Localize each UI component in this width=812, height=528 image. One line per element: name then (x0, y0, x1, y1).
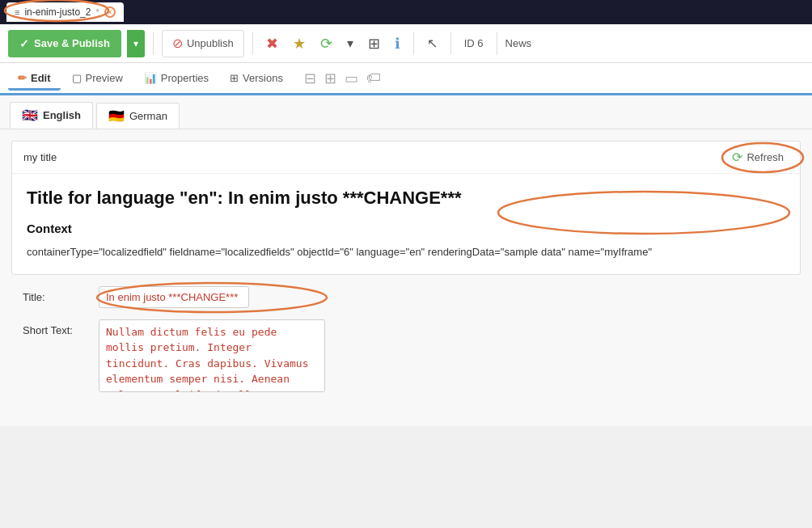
refresh-container: ⟳ Refresh (727, 148, 789, 167)
shorttext-field-label: Short Text: (23, 319, 87, 336)
german-flag-icon: 🇩🇪 (108, 108, 125, 124)
refresh-label: Refresh (746, 151, 784, 163)
sync-dropdown-button[interactable]: ▾ (342, 32, 358, 54)
tab-bar: ≡ in-enim-justo_2 * × (0, 0, 812, 24)
apps-button[interactable]: ⊞ (363, 32, 385, 56)
tab-versions-label: Versions (243, 72, 283, 84)
shorttext-textarea[interactable]: Nullam dictum felis eu pede mollis preti… (99, 319, 325, 392)
panel-context-text: containerType="localizedfield" fieldname… (27, 243, 785, 261)
flag-icon: ★ (293, 35, 306, 53)
content-panel: my title ⟳ Refresh Title for language "e… (11, 141, 801, 275)
check-icon: ✓ (19, 37, 29, 50)
toolbar-separator-5 (497, 32, 497, 55)
tab-item[interactable]: ≡ in-enim-justo_2 * × (6, 2, 124, 22)
tag-icon[interactable]: 🏷 (366, 70, 381, 87)
english-flag-icon: 🇬🇧 (22, 108, 38, 123)
tab-grid-icon: ≡ (15, 7, 19, 17)
german-label: German (129, 110, 167, 122)
versions-icon: ⊞ (230, 72, 239, 84)
properties-icon: 📊 (144, 72, 157, 84)
layout-icon[interactable]: ⊞ (324, 70, 336, 87)
toolbar-separator-3 (413, 32, 414, 55)
main-title-container: Title for language "en": In enim justo *… (27, 187, 785, 222)
tab-preview[interactable]: ▢ Preview (62, 68, 133, 88)
tab-unsaved-marker: * (95, 7, 99, 17)
cursor-icon: ↖ (427, 36, 438, 51)
language-tabs: 🇬🇧 English 🇩🇪 German (0, 95, 812, 129)
main-title-prefix: Title for language "en": In enim justo (27, 188, 343, 208)
panel-context-heading: Context (27, 222, 785, 235)
form-section: Title: Short Text: Nullam dictum felis e… (11, 275, 801, 415)
sync-icon: ⟳ (320, 35, 332, 53)
lang-tab-german[interactable]: 🇩🇪 German (96, 103, 180, 129)
tab-versions[interactable]: ⊞ Versions (220, 68, 293, 88)
apps-icon: ⊞ (368, 35, 380, 53)
panel-main-title: Title for language "en": In enim justo *… (27, 187, 785, 210)
info-icon: ℹ (395, 35, 400, 53)
toolbar-separator-2 (252, 32, 253, 55)
save-publish-dropdown-button[interactable]: ▾ (127, 30, 145, 57)
flag-button[interactable]: ★ (288, 32, 311, 56)
action-toolbar: ✓ Save & Publish ▾ ⊘ Unpublish ✖ ★ ⟳ ▾ ⊞… (0, 24, 812, 63)
refresh-button[interactable]: ⟳ Refresh (727, 148, 789, 167)
main-content: my title ⟳ Refresh Title for language "e… (0, 129, 812, 426)
toolbar-separator-1 (153, 32, 154, 55)
object-id: ID 6 (459, 37, 488, 49)
delete-button[interactable]: ✖ (261, 32, 283, 56)
edit-pencil-icon: ✏ (18, 72, 27, 84)
delete-icon: ✖ (266, 35, 278, 53)
object-type: News (505, 37, 532, 49)
sync-dropdown-icon: ▾ (347, 36, 353, 51)
toolbar-separator-4 (450, 32, 451, 55)
tab-edit[interactable]: ✏ Edit (8, 68, 61, 91)
form-row-title: Title: (23, 286, 789, 308)
unpublish-button[interactable]: ⊘ Unpublish (162, 30, 244, 57)
panel-title: my title (23, 151, 57, 163)
cursor-button[interactable]: ↖ (422, 32, 442, 54)
tab-properties-label: Properties (161, 72, 209, 84)
panel-header: my title ⟳ Refresh (12, 142, 800, 174)
info-button[interactable]: ℹ (390, 32, 405, 56)
tab-edit-label: Edit (31, 72, 51, 84)
title-input[interactable] (99, 286, 249, 308)
lang-tab-english[interactable]: 🇬🇧 English (10, 102, 93, 129)
dropdown-arrow-icon: ▾ (133, 38, 138, 49)
unpublish-label: Unpublish (187, 37, 234, 49)
refresh-icon: ⟳ (732, 150, 742, 165)
main-title-change: ***CHANGE*** (343, 188, 462, 208)
tab-properties[interactable]: 📊 Properties (134, 68, 218, 88)
panel-body: Title for language "en": In enim justo *… (12, 174, 800, 274)
tab-preview-label: Preview (86, 72, 123, 84)
english-label: English (43, 109, 81, 121)
preview-icon: ▢ (72, 72, 82, 84)
title-input-container (99, 286, 249, 308)
title-field-label: Title: (23, 286, 87, 303)
save-publish-label: Save & Publish (34, 37, 110, 49)
tab-close-button[interactable]: × (104, 6, 116, 18)
tab-label: in-enim-justo_2 (24, 6, 91, 18)
save-publish-button[interactable]: ✓ Save & Publish (8, 30, 121, 57)
form-row-shorttext: Short Text: Nullam dictum felis eu pede … (23, 319, 789, 392)
no-icon: ⊘ (172, 36, 183, 51)
grid-icon[interactable]: ⊟ (304, 70, 316, 87)
sync-button[interactable]: ⟳ (315, 32, 337, 56)
page-icon[interactable]: ▭ (345, 70, 358, 87)
edit-toolbar: ✏ Edit ▢ Preview 📊 Properties ⊞ Versions… (0, 63, 812, 95)
